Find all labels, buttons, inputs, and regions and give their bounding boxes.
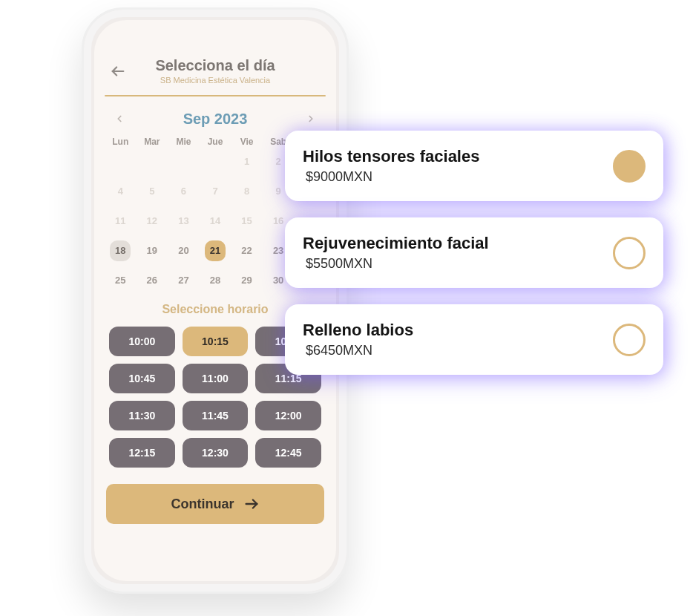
time-slot[interactable]: 11:45 xyxy=(183,401,249,430)
prev-month-button[interactable] xyxy=(109,108,130,129)
header-title-wrap: Selecciona el día SB Medicina Estética V… xyxy=(108,57,323,85)
calendar-day[interactable]: 29 xyxy=(231,270,263,291)
weekday-label: Lun xyxy=(105,137,137,147)
time-slot[interactable]: 11:30 xyxy=(109,401,175,430)
service-option-card[interactable]: Rejuvenecimiento facial$5500MXN xyxy=(285,217,663,288)
calendar-day xyxy=(105,151,137,172)
calendar-day[interactable]: 27 xyxy=(168,270,200,291)
page-subtitle: SB Medicina Estética Valencia xyxy=(108,76,323,85)
month-label: Sep 2023 xyxy=(183,111,248,128)
calendar-day[interactable]: 25 xyxy=(105,270,137,291)
time-slot[interactable]: 11:00 xyxy=(183,364,249,393)
calendar-day[interactable]: 12 xyxy=(137,211,168,232)
calendar-day[interactable]: 1 xyxy=(231,151,263,172)
calendar-day[interactable]: 28 xyxy=(200,270,231,291)
calendar-day[interactable]: 13 xyxy=(168,211,200,232)
radio-icon[interactable] xyxy=(613,150,646,183)
calendar-day[interactable]: 15 xyxy=(231,211,263,232)
app-header: Selecciona el día SB Medicina Estética V… xyxy=(94,45,336,89)
calendar-day xyxy=(168,151,200,172)
time-slot[interactable]: 12:15 xyxy=(109,438,175,468)
calendar-day xyxy=(137,151,168,172)
calendar-day[interactable]: 8 xyxy=(231,181,263,202)
continue-label: Continuar xyxy=(171,497,234,512)
weekday-label: Jue xyxy=(200,137,231,147)
time-slot[interactable]: 10:15 xyxy=(183,327,249,356)
arrow-right-icon xyxy=(243,496,260,512)
time-slot[interactable]: 10:45 xyxy=(109,364,175,393)
service-option-title: Hilos tensores faciales xyxy=(303,147,479,166)
service-option-title: Rejuvenecimiento facial xyxy=(303,234,489,253)
radio-icon[interactable] xyxy=(613,237,646,269)
calendar-day xyxy=(200,151,231,172)
calendar-day[interactable]: 14 xyxy=(200,211,231,232)
service-option-title: Relleno labios xyxy=(303,321,413,340)
calendar-day[interactable]: 20 xyxy=(168,240,200,261)
time-slot[interactable]: 12:45 xyxy=(255,438,321,468)
service-option-text: Hilos tensores faciales$9000MXN xyxy=(303,147,479,185)
calendar-day[interactable]: 21 xyxy=(205,240,226,261)
calendar-day[interactable]: 4 xyxy=(105,181,137,202)
continue-button[interactable]: Continuar xyxy=(106,484,324,524)
weekday-label: Mie xyxy=(168,137,200,147)
time-slot[interactable]: 12:00 xyxy=(255,401,321,430)
service-options: Hilos tensores faciales$9000MXNRejuvenec… xyxy=(285,131,663,375)
weekday-label: Vie xyxy=(231,137,263,147)
page-title: Selecciona el día xyxy=(108,57,323,74)
time-slot[interactable]: 12:30 xyxy=(183,438,249,468)
calendar-day[interactable]: 22 xyxy=(231,240,263,261)
next-month-button[interactable] xyxy=(300,108,321,129)
calendar-day[interactable]: 18 xyxy=(110,240,131,261)
service-option-text: Relleno labios$6450MXN xyxy=(303,321,413,358)
service-option-card[interactable]: Relleno labios$6450MXN xyxy=(285,304,663,375)
time-slot[interactable]: 10:00 xyxy=(109,327,175,356)
service-option-card[interactable]: Hilos tensores faciales$9000MXN xyxy=(285,131,663,201)
service-option-text: Rejuvenecimiento facial$5500MXN xyxy=(303,234,489,272)
service-option-price: $5500MXN xyxy=(303,256,489,272)
calendar-day[interactable]: 6 xyxy=(168,181,200,202)
radio-icon[interactable] xyxy=(613,324,646,356)
service-option-price: $6450MXN xyxy=(303,343,413,358)
calendar-day[interactable]: 26 xyxy=(137,270,168,291)
calendar-day[interactable]: 5 xyxy=(137,181,168,202)
calendar-day[interactable]: 19 xyxy=(137,240,168,261)
calendar-day[interactable]: 7 xyxy=(200,181,231,202)
service-option-price: $9000MXN xyxy=(303,169,479,185)
weekday-label: Mar xyxy=(137,137,168,147)
calendar-day[interactable]: 11 xyxy=(105,211,137,232)
